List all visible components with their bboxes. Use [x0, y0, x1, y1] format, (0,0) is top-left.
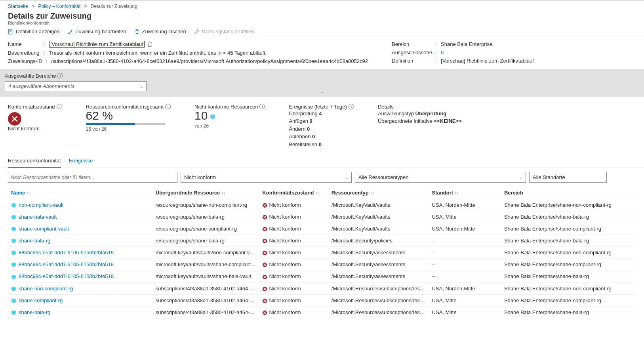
table-row[interactable]: non-compliant-vaultresourcegroups/shane-… — [8, 199, 636, 211]
scope-bar-title: Ausgewählte Bereiche — [5, 73, 56, 79]
view-definition-button[interactable]: Definition anzeigen — [8, 29, 60, 34]
cell-state: Nicht konform — [259, 306, 328, 318]
overall-sub: 16 von 26 — [86, 126, 171, 132]
page-title: Details zur Zuweisung — [8, 11, 636, 21]
cell-parent: resourcegroups/shane-bala-rg — [152, 235, 259, 247]
svg-rect-3 — [149, 43, 151, 46]
cell-location: USA, Mitte — [429, 306, 501, 318]
cell-scope: Shane Bala Enterprise/shane-compliant-rg — [501, 294, 636, 306]
cell-parent: resourcegroups/shane-bala-rg — [152, 211, 259, 223]
resource-link[interactable]: 88bbc99c-e5af-ddd7-6105-6150b2bfa519 — [19, 250, 114, 255]
info-icon[interactable]: i — [57, 104, 62, 109]
resource-link[interactable]: shane-bala-rg — [19, 238, 50, 244]
table-row[interactable]: 88bbc99c-e5af-ddd7-6105-6150b2bfa519micr… — [8, 247, 636, 259]
cell-parent: resourcegroups/shane-compliant-rg — [152, 223, 259, 235]
delete-assignment-button[interactable]: Zuweisung löschen — [134, 29, 186, 34]
error-icon — [262, 215, 267, 220]
cell-parent: subscriptions/4f3a88a1-3580-4102-a464-6c… — [152, 294, 259, 306]
col-type[interactable]: Ressourcentyp↑↓ — [328, 187, 429, 199]
chevron-right-icon: > — [82, 4, 89, 9]
resource-link[interactable]: 88bbc99c-e5af-ddd7-6105-6150b2bfa519 — [19, 261, 114, 267]
table-row[interactable]: shane-bala-rgresourcegroups/shane-bala-r… — [8, 235, 636, 247]
table-row[interactable]: shane-non-compliant-rgsubscriptions/4f3a… — [8, 282, 636, 294]
cell-state: Nicht konform — [259, 282, 328, 294]
col-scope[interactable]: Bereich — [501, 187, 636, 199]
table-row[interactable]: shane-bala-rgsubscriptions/4f3a88a1-3580… — [8, 306, 636, 318]
trash-icon — [134, 29, 140, 34]
error-icon — [262, 227, 267, 232]
cell-location: -- — [429, 259, 501, 271]
info-icon[interactable]: i — [165, 104, 171, 109]
copy-icon[interactable] — [147, 42, 153, 48]
filter-compliance-state[interactable]: Nicht konform⌄ — [181, 172, 352, 183]
filter-location[interactable]: Alle Standorte — [529, 172, 607, 183]
cell-location: USA, Norden-Mitte — [429, 282, 501, 294]
resource-link[interactable]: shane-non-compliant-rg — [19, 286, 73, 292]
cell-parent: microsoft.keyvault/vaults/non-compliant-… — [152, 247, 259, 259]
table-row[interactable]: shane-compliant-rgsubscriptions/4f3a88a1… — [8, 294, 636, 306]
page-subtitle: Richtlinienkonformität — [8, 21, 636, 25]
meta-scope-value: Shane Bala Enterprise — [441, 41, 492, 47]
table-row[interactable]: shane-compliant-vaultresourcegroups/shan… — [8, 223, 636, 235]
filter-resource-type[interactable]: Alle Ressourcentypen⌄ — [355, 172, 526, 183]
pencil-icon — [68, 29, 73, 34]
cell-scope: Shane Bala Enterprise/shane-bala-rg — [501, 235, 636, 247]
cell-state: Nicht konform — [259, 199, 328, 211]
cell-scope: Shane Bala Enterprise/shane-bala-rg — [501, 211, 636, 223]
tab-events[interactable]: Ereignisse — [69, 154, 93, 168]
resource-link[interactable]: shane-compliant-rg — [19, 297, 63, 303]
meta-id-value: /subscriptions/4f3a88a1-3580-4102-a464-6… — [51, 58, 368, 64]
resource-icon — [11, 262, 16, 267]
sort-icon: ↑↓ — [315, 191, 319, 195]
cell-location: -- — [429, 247, 501, 259]
edit-assignment-button[interactable]: Zuweisung bearbeiten — [68, 29, 126, 34]
resource-link[interactable]: shane-bala-vault — [19, 214, 57, 220]
breadcrumb: Startseite > Policy – Konformität > Deta… — [0, 1, 644, 11]
col-parent[interactable]: Übergeordnete Ressource↑↓ — [152, 187, 259, 199]
col-state[interactable]: Konformitätszustand↑↓ — [259, 187, 328, 199]
meta-excluded-value[interactable]: 0 — [441, 50, 444, 55]
table-row[interactable]: shane-bala-vaultresourcegroups/shane-bal… — [8, 211, 636, 223]
sort-icon: ↑↓ — [455, 191, 459, 195]
resource-link[interactable]: 88bbc99c-e5af-ddd7-6105-6150b2bfa519 — [19, 273, 114, 279]
col-location[interactable]: Standort↑↓ — [429, 187, 501, 199]
info-icon[interactable]: i — [259, 104, 265, 109]
resource-link[interactable]: non-compliant-vault — [19, 202, 63, 208]
cell-parent: resourcegroups/shane-non-compliant-rg — [152, 199, 259, 211]
resource-link[interactable]: shane-bala-rg — [19, 309, 50, 315]
cell-state: Nicht konform — [259, 259, 328, 271]
filter-input[interactable] — [8, 172, 177, 183]
breadcrumb-policy[interactable]: Policy – Konformität — [38, 4, 80, 9]
resource-icon — [11, 227, 16, 232]
cell-state: Nicht konform — [259, 294, 328, 306]
scope-select[interactable]: 4 ausgewählte Abonnements ⌄ — [5, 81, 147, 91]
resource-link[interactable]: shane-compliant-vault — [19, 226, 69, 232]
meta-desc-label: Beschreibung — [8, 50, 44, 56]
col-name[interactable]: Name↑↓ — [8, 187, 152, 199]
info-icon[interactable]: i — [57, 73, 63, 78]
collapse-icon[interactable]: ⌃ — [320, 91, 324, 96]
resource-icon — [11, 250, 16, 255]
cell-state: Nicht konform — [259, 271, 328, 282]
cell-scope: Shane Bala Enterprise/shane-compliant-rg — [501, 259, 636, 271]
table-row[interactable]: 88bbc99c-e5af-ddd7-6105-6150b2bfa519micr… — [8, 259, 636, 271]
cell-parent: microsoft.keyvault/vaults/shane-complian… — [152, 259, 259, 271]
table-row[interactable]: 88bbc99c-e5af-ddd7-6105-6150b2bfa519micr… — [8, 271, 636, 282]
info-icon[interactable]: i — [349, 104, 354, 109]
tab-resource-compliance[interactable]: Ressourcenkonformität — [8, 154, 61, 168]
cell-type: /Microsoft.Resources/subscriptions/resou… — [328, 294, 429, 306]
breadcrumb-home[interactable]: Startseite — [8, 4, 28, 9]
resource-icon — [11, 286, 16, 292]
wrench-icon — [194, 29, 200, 34]
cell-scope: Shane Bala Enterprise/shane-compliant-rg — [501, 223, 636, 235]
state-value: Nicht konform — [8, 126, 62, 132]
cell-state: Nicht konform — [259, 223, 328, 235]
cell-parent: microsoft.keyvault/vaults/shane-bala-vau… — [152, 271, 259, 282]
state-header: Konformitätszustand — [8, 104, 55, 110]
error-icon — [262, 274, 267, 280]
breadcrumb-current: Details zur Zuweisung — [91, 4, 137, 9]
cell-location: USA, Norden-Mitte — [429, 199, 501, 211]
sort-icon: ↑↓ — [27, 191, 30, 195]
meta-name-value: [Vorschau] Richtlinie zum Zertifikatabla… — [49, 41, 145, 48]
events-header: Ereignisse (letzte 7 Tage) — [289, 104, 347, 110]
